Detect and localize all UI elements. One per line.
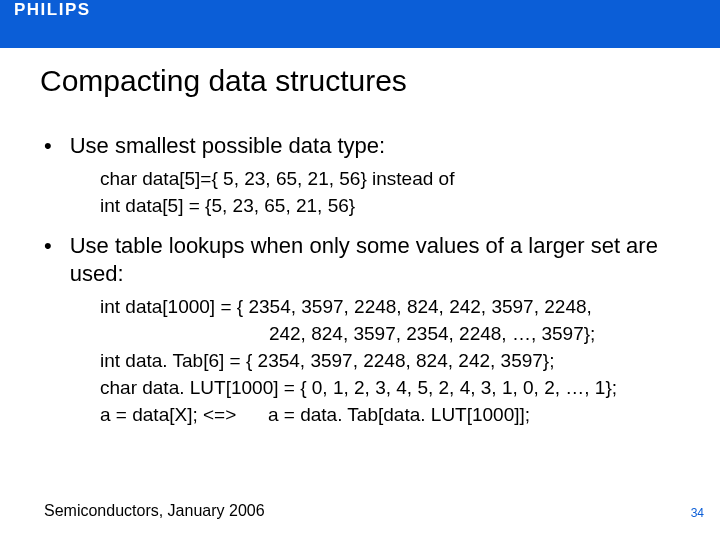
bullet-2-sub-3: int data. Tab[6] = { 2354, 3597, 2248, 8… (100, 348, 676, 373)
bullet-2-sub-4: char data. LUT[1000] = { 0, 1, 2, 3, 4, … (100, 375, 676, 400)
bullet-2-sub-1: int data[1000] = { 2354, 3597, 2248, 824… (100, 294, 676, 319)
bullet-dot-icon: • (44, 132, 52, 160)
page-number: 34 (691, 506, 704, 520)
header-bar: PHILIPS (0, 0, 720, 48)
philips-logo: PHILIPS (10, 0, 95, 28)
bullet-1-sub-2: int data[5] = {5, 23, 65, 21, 56} (100, 193, 676, 218)
bullet-dot-icon: • (44, 232, 52, 260)
bullet-2-sub-5: a = data[X]; <=> a = data. Tab[data. LUT… (100, 402, 676, 427)
bullet-1-sub-1: char data[5]={ 5, 23, 65, 21, 56} instea… (100, 166, 676, 191)
bullet-2-sub-2: 242, 824, 3597, 2354, 2248, …, 3597}; (100, 321, 676, 346)
bullet-2: • Use table lookups when only some value… (44, 232, 676, 288)
bullet-2-text: Use table lookups when only some values … (70, 232, 676, 288)
footer-text: Semiconductors, January 2006 (44, 502, 265, 520)
slide-body: • Use smallest possible data type: char … (0, 98, 720, 427)
bullet-1: • Use smallest possible data type: (44, 132, 676, 160)
bullet-1-text: Use smallest possible data type: (70, 132, 386, 160)
slide-title: Compacting data structures (40, 64, 720, 98)
